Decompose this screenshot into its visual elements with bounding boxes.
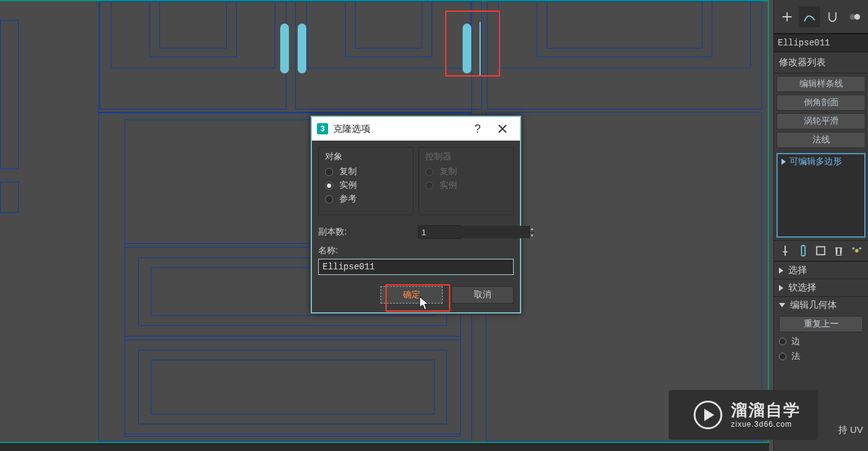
pin-stack-button[interactable] (777, 243, 793, 259)
show-end-result-button[interactable] (795, 243, 811, 259)
chevron-right-icon (779, 267, 783, 274)
close-button[interactable] (490, 117, 515, 141)
toggle-icon (848, 10, 862, 24)
radio-icon (425, 168, 433, 176)
radio-instance-label: 实例 (339, 180, 357, 191)
radio-icon (325, 195, 333, 203)
svg-rect-3 (817, 247, 825, 255)
clone-options-dialog: 3 克隆选项 ? 对象 复制 实例 参考 (311, 116, 521, 314)
chevron-down-icon (779, 303, 785, 307)
watermark-url: zixue.3d66.com (731, 420, 801, 429)
mod-bevel-profile[interactable]: 倒角剖面 (776, 95, 866, 111)
radio-ctrl-instance-label: 实例 (440, 180, 457, 191)
spinner-down-icon[interactable]: ▼ (530, 233, 534, 239)
radio-icon (325, 168, 333, 176)
expand-icon (781, 159, 786, 165)
radio-icon (425, 182, 433, 190)
radio-icon (779, 338, 786, 345)
constraint-edge-label: 边 (791, 336, 800, 347)
radio-icon (779, 353, 786, 360)
help-button[interactable]: ? (465, 117, 490, 141)
mod-normal[interactable]: 法线 (776, 132, 866, 148)
app-icon: 3 (317, 123, 328, 134)
controller-group-title: 控制器 (425, 150, 507, 162)
watermark-title: 溜溜自学 (731, 401, 801, 420)
mod-edit-spline[interactable]: 编辑样条线 (776, 76, 866, 92)
close-icon (498, 124, 507, 133)
object-name-readout[interactable]: Ellipse011 (774, 34, 868, 52)
spinner-up-icon[interactable]: ▲ (530, 226, 534, 233)
dialog-titlebar[interactable]: 3 克隆选项 ? (312, 117, 520, 141)
cancel-button[interactable]: 取消 (451, 286, 514, 304)
copies-input[interactable] (418, 226, 529, 238)
svg-point-6 (859, 248, 861, 250)
radio-ctrl-copy-label: 复制 (440, 166, 457, 177)
plus-icon (780, 10, 794, 24)
trash-icon (832, 244, 846, 258)
remove-modifier-button[interactable] (831, 243, 847, 259)
name-label: 名称: (318, 245, 514, 256)
svg-point-1 (854, 14, 860, 19)
radio-ctrl-copy: 复制 (425, 166, 507, 177)
dialog-title: 克隆选项 (333, 123, 465, 135)
rollout-edit-geometry-body: 重复上一 边 法 (774, 314, 868, 368)
radio-copy[interactable]: 复制 (325, 166, 407, 177)
rollout-softsel-label: 软选择 (788, 282, 816, 294)
rollout-edit-geometry[interactable]: 编辑几何体 (774, 296, 868, 314)
mod-turbosmooth[interactable]: 涡轮平滑 (776, 113, 866, 129)
stack-item-label: 可编辑多边形 (790, 156, 842, 167)
radio-reference-label: 参考 (339, 193, 357, 205)
modify-tab[interactable] (799, 6, 820, 27)
stack-toolbar (774, 240, 868, 261)
modifier-stack[interactable]: 可编辑多边形 (776, 153, 866, 238)
configure-sets-button[interactable] (849, 243, 865, 259)
magnet-icon (826, 10, 839, 24)
preserve-uv-label: 持 UV (838, 424, 863, 436)
pin-icon (778, 244, 792, 258)
watermark: 溜溜自学 zixue.3d66.com (669, 390, 818, 440)
constraint-normal[interactable]: 法 (779, 351, 863, 362)
constraint-edge[interactable]: 边 (779, 336, 863, 347)
chevron-right-icon (779, 285, 783, 291)
stack-item-editable-poly[interactable]: 可编辑多边形 (778, 154, 864, 169)
object-group: 对象 复制 实例 参考 (318, 147, 413, 215)
radio-copy-label: 复制 (339, 166, 357, 177)
repeat-last-button[interactable]: 重复上一 (779, 316, 863, 332)
pipe-icon (796, 244, 810, 258)
radio-ctrl-instance: 实例 (425, 180, 507, 191)
svg-point-4 (855, 249, 859, 253)
controller-group: 控制器 复制 实例 (418, 147, 514, 215)
radio-icon (325, 182, 333, 190)
ok-button[interactable]: 确定 (380, 286, 443, 304)
copies-spinner[interactable]: ▲ ▼ (418, 225, 461, 239)
object-group-title: 对象 (325, 150, 407, 162)
name-input[interactable] (318, 259, 514, 275)
selection-highlight (445, 11, 500, 77)
play-icon (694, 401, 722, 429)
create-tab[interactable] (776, 6, 798, 27)
svg-point-5 (852, 248, 854, 250)
status-bar (0, 444, 769, 451)
rollout-selection[interactable]: 选择 (774, 261, 868, 279)
command-panel: Ellipse011 修改器列表 编辑样条线 倒角剖面 涡轮平滑 法线 可编辑多… (773, 0, 868, 451)
panel-tabs (774, 0, 868, 34)
radio-reference[interactable]: 参考 (325, 193, 407, 205)
make-unique-icon (814, 244, 828, 258)
rollout-soft-selection[interactable]: 软选择 (774, 279, 868, 296)
curve-icon (803, 10, 816, 24)
svg-rect-2 (801, 246, 805, 256)
rollout-selection-label: 选择 (788, 264, 807, 276)
rollout-editgeom-label: 编辑几何体 (790, 299, 837, 311)
constraint-normal-label: 法 (791, 351, 800, 362)
make-unique-button[interactable] (813, 243, 829, 259)
radio-instance[interactable]: 实例 (325, 180, 407, 191)
motion-tab[interactable] (844, 6, 866, 27)
modifier-buttons: 编辑样条线 倒角剖面 涡轮平滑 法线 (774, 73, 868, 151)
config-icon (850, 244, 864, 258)
hierarchy-tab[interactable] (822, 6, 843, 27)
copies-label: 副本数: (318, 226, 418, 238)
modifier-list-dropdown[interactable]: 修改器列表 (774, 52, 868, 73)
